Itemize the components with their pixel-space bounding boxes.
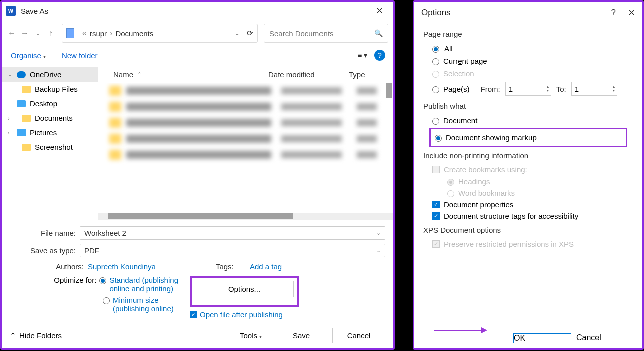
- toolbar: Organise New folder ≡ ▾ ?: [2, 47, 393, 66]
- xps-preserve-label: Preserve restricted permissions in XPS: [444, 240, 574, 248]
- options-footer: OK Cancel: [414, 328, 642, 348]
- sidebar-item-onedrive[interactable]: ⌄ OneDrive: [2, 67, 98, 82]
- save-button[interactable]: Save: [275, 328, 328, 343]
- save-as-dialog: W Save As ✕ ← → ⌄ ↑ « rsupr › Documents …: [0, 0, 395, 350]
- tags-checkbox[interactable]: ✓: [432, 212, 440, 220]
- authors-value[interactable]: Supreeth Koundinya: [88, 262, 156, 271]
- xps-preserve-checkbox: ✓: [432, 240, 440, 248]
- radio-current[interactable]: [432, 58, 439, 65]
- hide-folders-button[interactable]: ⌃Hide Folders: [10, 331, 62, 340]
- expand-icon[interactable]: ›: [8, 115, 13, 121]
- search-icon[interactable]: 🔍: [374, 29, 383, 37]
- nav-bar: ← → ⌄ ↑ « rsupr › Documents ⌄ ⟳ 🔍: [2, 20, 393, 47]
- close-icon[interactable]: ✕: [369, 5, 389, 16]
- desktop-icon: [17, 100, 26, 107]
- radio-standard[interactable]: [99, 277, 106, 284]
- cancel-button[interactable]: Cancel: [332, 328, 385, 343]
- radio-current-label[interactable]: Current page: [443, 57, 487, 65]
- refresh-icon[interactable]: ⟳: [247, 29, 253, 38]
- radio-minimum-label[interactable]: Minimum size (publishing online): [113, 296, 190, 313]
- recent-dropdown-icon[interactable]: ⌄: [33, 30, 43, 37]
- search-input[interactable]: 🔍: [264, 24, 388, 43]
- list-item[interactable]: [98, 83, 393, 99]
- radio-pages[interactable]: [432, 86, 439, 93]
- up-icon[interactable]: ↑: [46, 29, 56, 38]
- options-body: Page range All Current page Selection Pa…: [414, 24, 642, 328]
- expand-icon[interactable]: ›: [8, 130, 13, 136]
- list-item[interactable]: [98, 147, 393, 163]
- radio-markup-label[interactable]: Document showing markup: [446, 133, 537, 142]
- column-date[interactable]: Date modified: [268, 70, 349, 79]
- forward-icon[interactable]: →: [20, 29, 30, 38]
- sidebar-item-label: OneDrive: [30, 70, 61, 79]
- radio-markup[interactable]: [435, 135, 442, 142]
- radio-wordbm-label: Word bookmarks: [458, 189, 515, 197]
- tags-label[interactable]: Document structure tags for accessibilit…: [444, 212, 578, 220]
- organise-button[interactable]: Organise: [11, 51, 46, 60]
- close-icon[interactable]: ✕: [628, 7, 635, 18]
- dialog-footer: ⌃Hide Folders Tools Save Cancel: [2, 323, 393, 348]
- breadcrumb[interactable]: rsupr: [90, 29, 107, 38]
- sidebar-item-screenshot[interactable]: Screenshot: [2, 140, 98, 154]
- save-form: File name: Worksheet 2⌄ Save as type: PD…: [2, 220, 393, 323]
- collapse-icon[interactable]: ⌄: [8, 71, 13, 78]
- open-after-label[interactable]: Open file after publishing: [200, 310, 283, 319]
- sidebar-item-label: Pictures: [30, 128, 57, 137]
- radio-standard-label[interactable]: Standard (publishing online and printing…: [109, 276, 190, 293]
- filename-field[interactable]: Worksheet 2⌄: [80, 226, 385, 240]
- file-rows[interactable]: [98, 83, 393, 213]
- tools-menu[interactable]: Tools: [240, 331, 262, 340]
- ok-button[interactable]: OK: [513, 333, 571, 343]
- sidebar-item-pictures[interactable]: › Pictures: [2, 125, 98, 140]
- bookmarks-checkbox: [432, 166, 440, 173]
- bookmarks-label: Create bookmarks using:: [444, 165, 527, 174]
- radio-all[interactable]: [432, 46, 439, 53]
- radio-document[interactable]: [432, 118, 439, 125]
- column-type[interactable]: Type: [349, 70, 374, 79]
- radio-selection: [432, 71, 439, 78]
- radio-wordbm: [447, 190, 454, 197]
- view-menu[interactable]: ≡ ▾: [358, 51, 367, 59]
- chevron-down-icon[interactable]: ⌄: [235, 30, 240, 37]
- sidebar-item-backup[interactable]: Backup Files: [2, 82, 98, 96]
- scrollbar-horizontal[interactable]: [108, 213, 293, 219]
- sidebar-item-desktop[interactable]: Desktop: [2, 96, 98, 111]
- window-title: Save As: [21, 7, 48, 15]
- optimize-label: Optimize for:: [40, 276, 96, 284]
- back-icon[interactable]: ←: [7, 29, 17, 38]
- scrollbar-track: [98, 213, 393, 220]
- radio-document-label[interactable]: Document: [443, 116, 477, 125]
- radio-headings-label: Headings: [458, 177, 490, 186]
- help-icon[interactable]: ?: [374, 50, 385, 61]
- from-stepper[interactable]: 1: [505, 82, 551, 96]
- open-after-checkbox[interactable]: ✓: [190, 311, 197, 318]
- list-item[interactable]: [98, 115, 393, 131]
- to-label: To:: [556, 85, 566, 93]
- breadcrumb[interactable]: Documents: [115, 29, 153, 38]
- sidebar-item-label: Documents: [35, 114, 73, 122]
- list-item[interactable]: [98, 131, 393, 147]
- tags-value[interactable]: Add a tag: [250, 262, 282, 271]
- help-icon[interactable]: ?: [611, 8, 616, 18]
- options-dialog: Options ? ✕ Page range All Current page …: [413, 0, 644, 350]
- address-bar[interactable]: « rsupr › Documents ⌄ ⟳: [62, 24, 258, 43]
- new-folder-button[interactable]: New folder: [62, 51, 98, 60]
- docprops-label[interactable]: Document properties: [444, 200, 513, 209]
- search-field[interactable]: [269, 29, 374, 38]
- sidebar-item-documents[interactable]: › Documents: [2, 111, 98, 125]
- list-item[interactable]: [98, 99, 393, 115]
- options-button[interactable]: Options...: [195, 281, 294, 297]
- savetype-field[interactable]: PDF⌄: [80, 244, 385, 257]
- chevron-up-icon: ⌃: [10, 331, 16, 340]
- radio-minimum[interactable]: [103, 297, 110, 304]
- column-name[interactable]: Name ^: [113, 70, 268, 79]
- markup-highlight: Document showing markup: [429, 128, 627, 147]
- docprops-checkbox[interactable]: ✓: [432, 201, 440, 208]
- authors-label: Authors:: [49, 262, 84, 271]
- radio-selection-label: Selection: [443, 69, 474, 78]
- radio-pages-label[interactable]: Page(s): [443, 85, 470, 93]
- to-stepper[interactable]: 1: [571, 82, 617, 96]
- cancel-button[interactable]: Cancel: [576, 333, 634, 343]
- radio-all-label[interactable]: All: [443, 44, 454, 53]
- window-title: Options: [421, 8, 451, 18]
